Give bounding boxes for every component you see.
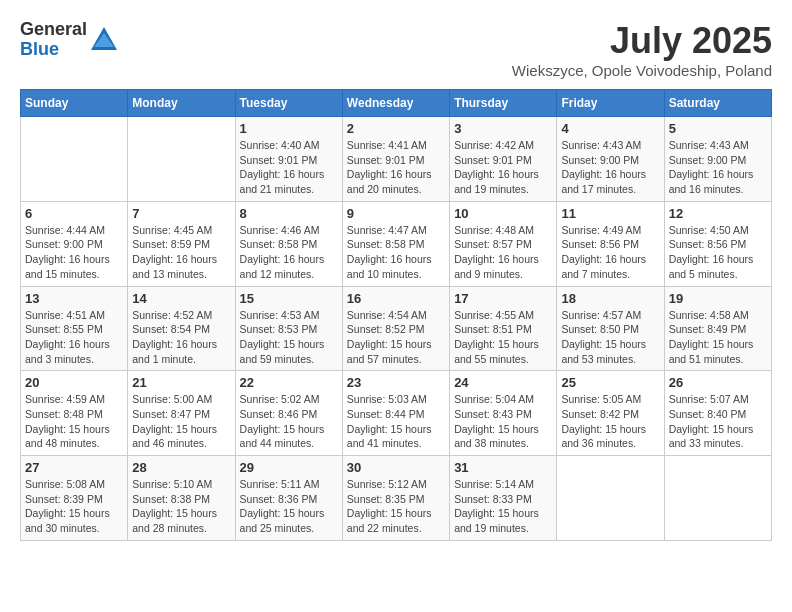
calendar-cell: 3Sunrise: 4:42 AM Sunset: 9:01 PM Daylig… [450, 117, 557, 202]
day-number: 21 [132, 375, 230, 390]
calendar-cell: 2Sunrise: 4:41 AM Sunset: 9:01 PM Daylig… [342, 117, 449, 202]
calendar-cell: 14Sunrise: 4:52 AM Sunset: 8:54 PM Dayli… [128, 286, 235, 371]
location: Wiekszyce, Opole Voivodeship, Poland [512, 62, 772, 79]
day-info: Sunrise: 4:40 AM Sunset: 9:01 PM Dayligh… [240, 138, 338, 197]
weekday-header-monday: Monday [128, 90, 235, 117]
page-header: General Blue July 2025 Wiekszyce, Opole … [20, 20, 772, 79]
day-number: 19 [669, 291, 767, 306]
day-number: 16 [347, 291, 445, 306]
day-number: 15 [240, 291, 338, 306]
calendar-cell [557, 456, 664, 541]
day-number: 2 [347, 121, 445, 136]
calendar-cell: 9Sunrise: 4:47 AM Sunset: 8:58 PM Daylig… [342, 201, 449, 286]
calendar-cell: 18Sunrise: 4:57 AM Sunset: 8:50 PM Dayli… [557, 286, 664, 371]
day-info: Sunrise: 5:04 AM Sunset: 8:43 PM Dayligh… [454, 392, 552, 451]
calendar-cell: 30Sunrise: 5:12 AM Sunset: 8:35 PM Dayli… [342, 456, 449, 541]
day-number: 31 [454, 460, 552, 475]
day-info: Sunrise: 5:11 AM Sunset: 8:36 PM Dayligh… [240, 477, 338, 536]
day-number: 14 [132, 291, 230, 306]
day-number: 18 [561, 291, 659, 306]
day-info: Sunrise: 4:58 AM Sunset: 8:49 PM Dayligh… [669, 308, 767, 367]
day-number: 29 [240, 460, 338, 475]
calendar-header: SundayMondayTuesdayWednesdayThursdayFrid… [21, 90, 772, 117]
calendar-cell: 19Sunrise: 4:58 AM Sunset: 8:49 PM Dayli… [664, 286, 771, 371]
day-number: 8 [240, 206, 338, 221]
calendar-cell: 4Sunrise: 4:43 AM Sunset: 9:00 PM Daylig… [557, 117, 664, 202]
day-info: Sunrise: 5:00 AM Sunset: 8:47 PM Dayligh… [132, 392, 230, 451]
calendar-cell: 20Sunrise: 4:59 AM Sunset: 8:48 PM Dayli… [21, 371, 128, 456]
calendar-cell: 8Sunrise: 4:46 AM Sunset: 8:58 PM Daylig… [235, 201, 342, 286]
title-block: July 2025 Wiekszyce, Opole Voivodeship, … [512, 20, 772, 79]
day-info: Sunrise: 5:07 AM Sunset: 8:40 PM Dayligh… [669, 392, 767, 451]
day-number: 7 [132, 206, 230, 221]
day-number: 22 [240, 375, 338, 390]
day-info: Sunrise: 5:14 AM Sunset: 8:33 PM Dayligh… [454, 477, 552, 536]
calendar-cell: 24Sunrise: 5:04 AM Sunset: 8:43 PM Dayli… [450, 371, 557, 456]
logo: General Blue [20, 20, 119, 60]
calendar-cell: 6Sunrise: 4:44 AM Sunset: 9:00 PM Daylig… [21, 201, 128, 286]
day-info: Sunrise: 4:43 AM Sunset: 9:00 PM Dayligh… [561, 138, 659, 197]
logo-blue: Blue [20, 40, 87, 60]
day-info: Sunrise: 5:08 AM Sunset: 8:39 PM Dayligh… [25, 477, 123, 536]
calendar-cell: 23Sunrise: 5:03 AM Sunset: 8:44 PM Dayli… [342, 371, 449, 456]
day-number: 30 [347, 460, 445, 475]
day-number: 25 [561, 375, 659, 390]
day-info: Sunrise: 4:44 AM Sunset: 9:00 PM Dayligh… [25, 223, 123, 282]
day-number: 1 [240, 121, 338, 136]
day-info: Sunrise: 4:51 AM Sunset: 8:55 PM Dayligh… [25, 308, 123, 367]
day-info: Sunrise: 4:42 AM Sunset: 9:01 PM Dayligh… [454, 138, 552, 197]
calendar-cell: 25Sunrise: 5:05 AM Sunset: 8:42 PM Dayli… [557, 371, 664, 456]
day-number: 9 [347, 206, 445, 221]
day-number: 10 [454, 206, 552, 221]
day-info: Sunrise: 4:47 AM Sunset: 8:58 PM Dayligh… [347, 223, 445, 282]
weekday-header-tuesday: Tuesday [235, 90, 342, 117]
weekday-header-thursday: Thursday [450, 90, 557, 117]
calendar-cell: 22Sunrise: 5:02 AM Sunset: 8:46 PM Dayli… [235, 371, 342, 456]
calendar-cell: 12Sunrise: 4:50 AM Sunset: 8:56 PM Dayli… [664, 201, 771, 286]
calendar-body: 1Sunrise: 4:40 AM Sunset: 9:01 PM Daylig… [21, 117, 772, 541]
day-info: Sunrise: 4:43 AM Sunset: 9:00 PM Dayligh… [669, 138, 767, 197]
day-number: 6 [25, 206, 123, 221]
logo-general: General [20, 20, 87, 40]
calendar-cell: 28Sunrise: 5:10 AM Sunset: 8:38 PM Dayli… [128, 456, 235, 541]
weekday-header-friday: Friday [557, 90, 664, 117]
day-info: Sunrise: 5:03 AM Sunset: 8:44 PM Dayligh… [347, 392, 445, 451]
calendar-cell: 29Sunrise: 5:11 AM Sunset: 8:36 PM Dayli… [235, 456, 342, 541]
calendar-cell: 11Sunrise: 4:49 AM Sunset: 8:56 PM Dayli… [557, 201, 664, 286]
day-info: Sunrise: 5:05 AM Sunset: 8:42 PM Dayligh… [561, 392, 659, 451]
calendar-cell: 27Sunrise: 5:08 AM Sunset: 8:39 PM Dayli… [21, 456, 128, 541]
day-info: Sunrise: 4:41 AM Sunset: 9:01 PM Dayligh… [347, 138, 445, 197]
calendar-cell: 21Sunrise: 5:00 AM Sunset: 8:47 PM Dayli… [128, 371, 235, 456]
day-info: Sunrise: 4:46 AM Sunset: 8:58 PM Dayligh… [240, 223, 338, 282]
calendar-cell: 13Sunrise: 4:51 AM Sunset: 8:55 PM Dayli… [21, 286, 128, 371]
day-info: Sunrise: 4:48 AM Sunset: 8:57 PM Dayligh… [454, 223, 552, 282]
calendar-table: SundayMondayTuesdayWednesdayThursdayFrid… [20, 89, 772, 541]
day-info: Sunrise: 5:10 AM Sunset: 8:38 PM Dayligh… [132, 477, 230, 536]
day-number: 23 [347, 375, 445, 390]
calendar-cell [128, 117, 235, 202]
calendar-cell: 17Sunrise: 4:55 AM Sunset: 8:51 PM Dayli… [450, 286, 557, 371]
weekday-row: SundayMondayTuesdayWednesdayThursdayFrid… [21, 90, 772, 117]
day-info: Sunrise: 4:53 AM Sunset: 8:53 PM Dayligh… [240, 308, 338, 367]
calendar-week-1: 6Sunrise: 4:44 AM Sunset: 9:00 PM Daylig… [21, 201, 772, 286]
day-number: 13 [25, 291, 123, 306]
day-info: Sunrise: 4:52 AM Sunset: 8:54 PM Dayligh… [132, 308, 230, 367]
day-number: 20 [25, 375, 123, 390]
day-info: Sunrise: 4:49 AM Sunset: 8:56 PM Dayligh… [561, 223, 659, 282]
calendar-cell: 26Sunrise: 5:07 AM Sunset: 8:40 PM Dayli… [664, 371, 771, 456]
calendar-cell: 10Sunrise: 4:48 AM Sunset: 8:57 PM Dayli… [450, 201, 557, 286]
day-info: Sunrise: 4:54 AM Sunset: 8:52 PM Dayligh… [347, 308, 445, 367]
calendar-cell: 1Sunrise: 4:40 AM Sunset: 9:01 PM Daylig… [235, 117, 342, 202]
calendar-cell: 31Sunrise: 5:14 AM Sunset: 8:33 PM Dayli… [450, 456, 557, 541]
day-number: 11 [561, 206, 659, 221]
day-number: 3 [454, 121, 552, 136]
calendar-cell: 16Sunrise: 4:54 AM Sunset: 8:52 PM Dayli… [342, 286, 449, 371]
calendar-week-0: 1Sunrise: 4:40 AM Sunset: 9:01 PM Daylig… [21, 117, 772, 202]
day-info: Sunrise: 5:12 AM Sunset: 8:35 PM Dayligh… [347, 477, 445, 536]
day-number: 26 [669, 375, 767, 390]
weekday-header-saturday: Saturday [664, 90, 771, 117]
day-info: Sunrise: 4:57 AM Sunset: 8:50 PM Dayligh… [561, 308, 659, 367]
calendar-week-3: 20Sunrise: 4:59 AM Sunset: 8:48 PM Dayli… [21, 371, 772, 456]
calendar-week-2: 13Sunrise: 4:51 AM Sunset: 8:55 PM Dayli… [21, 286, 772, 371]
day-info: Sunrise: 4:50 AM Sunset: 8:56 PM Dayligh… [669, 223, 767, 282]
